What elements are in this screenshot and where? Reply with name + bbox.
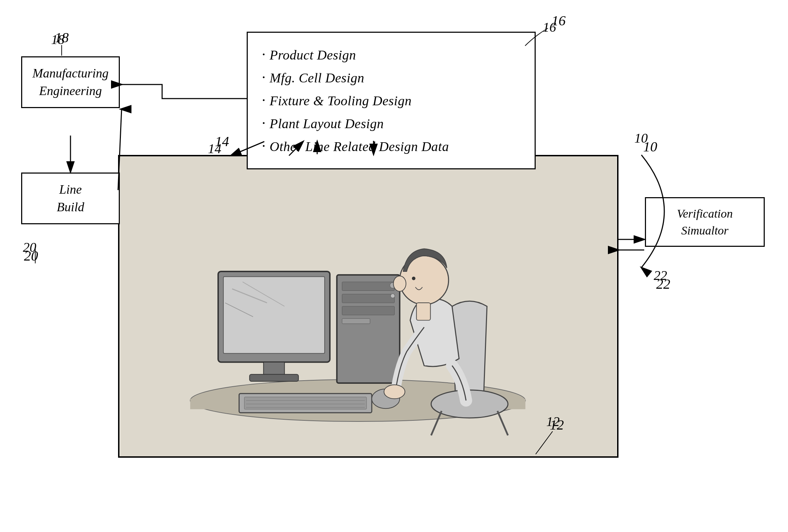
svg-rect-12 xyxy=(342,294,395,303)
design-data-box: Product Design Mfg. Cell Design Fixture … xyxy=(247,32,536,169)
svg-rect-10 xyxy=(337,275,400,383)
design-item-1: Product Design xyxy=(262,43,521,66)
verification-simulator-box: Verification Simualtor xyxy=(645,197,765,247)
line-build-line1: Line xyxy=(59,182,82,196)
svg-rect-13 xyxy=(342,306,395,315)
svg-rect-11 xyxy=(342,282,395,291)
mfg-eng-line2: Engineering xyxy=(39,84,102,98)
svg-point-31 xyxy=(384,385,405,399)
design-item-3: Fixture & Tooling Design xyxy=(262,89,521,112)
svg-point-16 xyxy=(390,294,395,298)
diagram-container: Product Design Mfg. Cell Design Fixture … xyxy=(0,0,788,532)
line-build-box: Line Build xyxy=(21,173,120,224)
svg-rect-30 xyxy=(417,303,431,320)
label-16: 16 xyxy=(543,19,556,35)
line-build-line2: Build xyxy=(57,200,84,214)
workstation-box xyxy=(118,155,618,458)
svg-rect-4 xyxy=(223,277,325,353)
label-20: 20 xyxy=(23,239,36,255)
svg-point-28 xyxy=(393,276,406,292)
svg-rect-14 xyxy=(342,319,370,324)
design-item-2: Mfg. Cell Design xyxy=(262,66,521,89)
label-12: 12 xyxy=(546,414,560,429)
label-22: 22 xyxy=(654,268,667,283)
verif-text: Verification Simualtor xyxy=(652,205,757,239)
svg-rect-8 xyxy=(264,362,284,376)
design-item-4: Plant Layout Design xyxy=(262,112,521,135)
mfg-eng-line1: Manufacturing xyxy=(32,66,109,80)
label-18: 18 xyxy=(51,32,64,47)
line-build-text: Line Build xyxy=(27,181,113,216)
svg-rect-9 xyxy=(250,374,298,381)
design-item-5: Other Line Related Design Data xyxy=(262,135,521,158)
verif-line1: Verification xyxy=(677,207,733,220)
label-14: 14 xyxy=(208,141,221,156)
design-items-list: Product Design Mfg. Cell Design Fixture … xyxy=(262,43,521,158)
verif-line2: Simualtor xyxy=(681,224,728,237)
manufacturing-engineering-box: Manufacturing Engineering xyxy=(21,56,120,108)
svg-point-29 xyxy=(412,277,415,280)
label-10: 10 xyxy=(634,130,648,146)
mfg-eng-text: Manufacturing Engineering xyxy=(27,64,113,100)
